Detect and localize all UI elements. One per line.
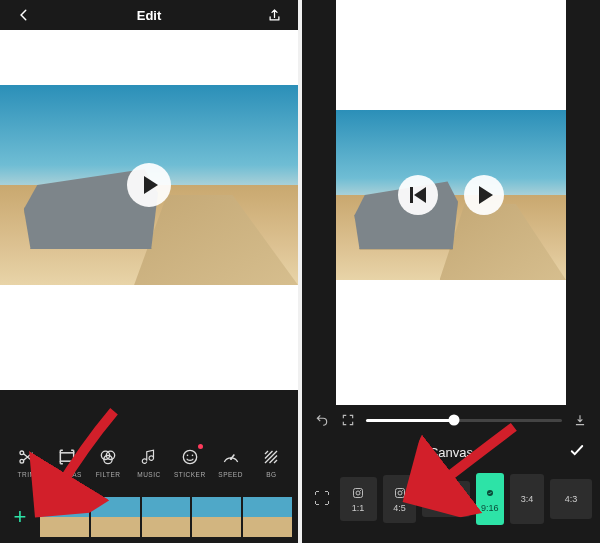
notification-dot bbox=[198, 444, 203, 449]
right-screenshot: Canvas ⛶ 1:1 4:5 16:9 9:16 3:4 4:3 bbox=[302, 0, 600, 543]
video-preview bbox=[0, 30, 298, 390]
tool-label: SPEED bbox=[218, 471, 243, 478]
timeline-thumb bbox=[40, 497, 89, 537]
play-icon bbox=[144, 176, 158, 194]
instagram-icon bbox=[351, 486, 365, 500]
ratio-label: 3:4 bbox=[521, 494, 534, 504]
timeline-bar: + bbox=[0, 491, 298, 543]
timeline-thumb bbox=[243, 497, 292, 537]
tool-bg[interactable]: BG bbox=[253, 446, 289, 478]
undo-button[interactable] bbox=[314, 412, 330, 428]
svg-point-11 bbox=[356, 491, 360, 495]
aspect-ratio-list: ⛶ 1:1 4:5 16:9 9:16 3:4 4:3 bbox=[302, 469, 600, 529]
ratio-16-9[interactable]: 16:9 bbox=[422, 481, 469, 517]
left-screenshot: Edit TRIM CANVAS FILTER MUSIC bbox=[0, 0, 298, 543]
letterbox-top bbox=[0, 30, 298, 85]
svg-point-12 bbox=[360, 490, 361, 491]
video-preview-portrait bbox=[336, 0, 566, 405]
ratio-4-3[interactable]: 4:3 bbox=[550, 479, 592, 519]
confirm-button[interactable] bbox=[568, 442, 586, 463]
letterbox-bottom bbox=[0, 285, 298, 390]
section-title: Canvas bbox=[429, 445, 473, 460]
ratio-label: 4:5 bbox=[393, 503, 406, 513]
ratio-9-16[interactable]: 9:16 bbox=[476, 473, 505, 525]
left-topbar: Edit bbox=[0, 0, 298, 30]
skip-back-button[interactable] bbox=[398, 175, 438, 215]
tool-music[interactable]: MUSIC bbox=[131, 446, 167, 478]
svg-rect-10 bbox=[354, 488, 363, 497]
svg-rect-2 bbox=[61, 453, 74, 461]
letterbox-bottom bbox=[336, 280, 566, 405]
ratio-label: 16:9 bbox=[437, 503, 455, 513]
speed-icon bbox=[220, 446, 242, 468]
timeline-thumb bbox=[91, 497, 140, 537]
bg-icon bbox=[260, 446, 282, 468]
ratio-label: 4:3 bbox=[565, 494, 578, 504]
video-frame[interactable] bbox=[336, 110, 566, 280]
progress-fill bbox=[366, 419, 454, 422]
svg-point-6 bbox=[183, 450, 196, 463]
youtube-icon bbox=[439, 486, 453, 500]
download-button[interactable] bbox=[572, 412, 588, 428]
expand-icon: ⛶ bbox=[314, 490, 330, 508]
ratio-free[interactable]: ⛶ bbox=[310, 490, 334, 508]
tool-label: FILTER bbox=[96, 471, 121, 478]
tool-trim[interactable]: TRIM bbox=[8, 446, 44, 478]
letterbox-top bbox=[336, 0, 566, 110]
add-clip-button[interactable]: + bbox=[0, 491, 40, 543]
progress-knob[interactable] bbox=[449, 415, 460, 426]
tool-label: TRIM bbox=[17, 471, 35, 478]
tool-sticker[interactable]: STICKER bbox=[172, 446, 208, 478]
svg-point-14 bbox=[398, 491, 402, 495]
chevron-left-icon bbox=[17, 8, 31, 22]
play-icon bbox=[479, 186, 493, 204]
skip-back-icon bbox=[410, 187, 426, 203]
svg-rect-13 bbox=[395, 488, 404, 497]
canvas-icon bbox=[56, 446, 78, 468]
tool-label: BG bbox=[266, 471, 276, 478]
share-icon bbox=[267, 8, 282, 23]
svg-point-9 bbox=[229, 457, 232, 460]
tool-speed[interactable]: SPEED bbox=[213, 446, 249, 478]
ratio-label: 1:1 bbox=[352, 503, 365, 513]
timeline-thumb bbox=[192, 497, 241, 537]
scissors-icon bbox=[15, 446, 37, 468]
tool-filter[interactable]: FILTER bbox=[90, 446, 126, 478]
ratio-4-5[interactable]: 4:5 bbox=[383, 475, 417, 523]
timeline-thumb bbox=[142, 497, 191, 537]
progress-slider[interactable] bbox=[366, 419, 562, 422]
svg-point-15 bbox=[402, 490, 403, 491]
sticker-icon bbox=[179, 446, 201, 468]
svg-point-1 bbox=[20, 459, 24, 463]
svg-point-0 bbox=[20, 451, 24, 455]
svg-point-7 bbox=[186, 455, 188, 457]
tool-label: STICKER bbox=[174, 471, 206, 478]
edit-toolbar: TRIM CANVAS FILTER MUSIC STICKER SPEED bbox=[0, 433, 298, 491]
timeline[interactable] bbox=[40, 497, 292, 537]
ratio-1-1[interactable]: 1:1 bbox=[340, 477, 377, 521]
tool-label: MUSIC bbox=[137, 471, 160, 478]
ratio-label: 9:16 bbox=[481, 503, 499, 513]
badge-icon bbox=[483, 486, 497, 500]
ratio-3-4[interactable]: 3:4 bbox=[510, 474, 544, 524]
fullscreen-button[interactable] bbox=[340, 412, 356, 428]
share-button[interactable] bbox=[264, 8, 284, 23]
back-button[interactable] bbox=[14, 8, 34, 22]
page-title: Edit bbox=[137, 8, 162, 23]
play-button[interactable] bbox=[127, 163, 171, 207]
play-button[interactable] bbox=[464, 175, 504, 215]
filter-icon bbox=[97, 446, 119, 468]
tool-label: CANVAS bbox=[53, 471, 82, 478]
playback-controls bbox=[302, 405, 600, 435]
svg-point-8 bbox=[191, 455, 193, 457]
section-header: Canvas bbox=[302, 435, 600, 469]
music-icon bbox=[138, 446, 160, 468]
tool-canvas[interactable]: CANVAS bbox=[49, 446, 85, 478]
video-frame[interactable] bbox=[0, 85, 298, 285]
check-icon bbox=[568, 442, 586, 460]
instagram-icon bbox=[393, 486, 407, 500]
